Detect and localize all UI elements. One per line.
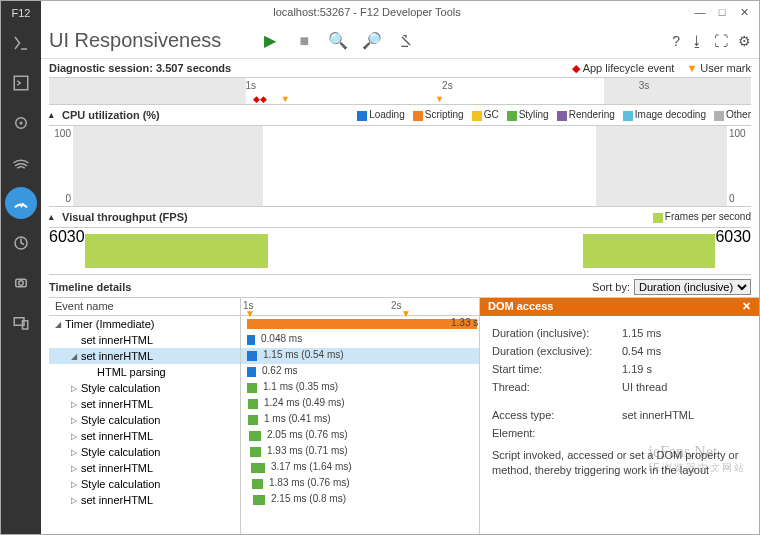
memory-icon[interactable] [5,267,37,299]
ruler-tick: 1s [246,80,257,91]
app-lifecycle-marker: ◆◆ [253,94,267,104]
maximize-button[interactable]: □ [715,6,729,19]
overview-ruler[interactable]: 1s 2s 3s ◆◆ ▼ ▼ [49,77,751,105]
fps-y60-r: 60 [715,228,733,245]
duration-bar [248,415,258,425]
f12-label: F12 [12,3,31,23]
duration-label: 1 ms (0.41 ms) [264,413,331,424]
cpu-legend-item: Other [714,109,751,120]
timeline-header: Timeline details Sort by: Duration (incl… [41,275,759,297]
legend-user-mark: User mark [686,62,751,75]
profiler-icon[interactable] [5,227,37,259]
help-button[interactable]: ? [672,33,680,49]
duration-bar [251,463,265,473]
collapse-fps-button[interactable]: ▴ [49,212,54,222]
fps-legend-label: Frames per second [665,211,751,222]
start-profiling-button[interactable]: ▶ [261,32,279,50]
diagnostic-label: Diagnostic session: 3.507 seconds [49,62,231,74]
sort-select[interactable]: Duration (inclusive) [634,279,751,295]
network-icon[interactable] [5,147,37,179]
detail-row: Element: [492,424,747,442]
dom-explorer-icon[interactable] [5,27,37,59]
gantt-row: 3.17 ms (1.64 ms) [241,460,479,476]
close-button[interactable]: ✕ [737,6,751,19]
gantt-row: 1.15 ms (0.54 ms) [241,348,479,364]
duration-bar [247,319,477,329]
details-close-icon[interactable]: ✕ [742,300,751,314]
collapse-cpu-button[interactable]: ▴ [49,110,54,120]
diagnostic-row: Diagnostic session: 3.507 seconds App li… [41,59,759,77]
sort-label: Sort by: [592,281,630,293]
detail-row: Access type:set innerHTML [492,406,747,424]
cpu-ymax: 100 [51,128,71,139]
zoom-in-button[interactable]: 🔍 [329,32,347,50]
gantt-row: 2.15 ms (0.8 ms) [241,492,479,508]
user-mark-marker: ▼ [281,94,290,104]
gantt-row: 1.1 ms (0.35 ms) [241,380,479,396]
event-row[interactable]: ▷Style calculation [49,444,240,460]
duration-label: 0.62 ms [262,365,298,376]
gantt-area: 1s 2s ▼ ▼ 1.33 s0.048 ms1.15 ms (0.54 ms… [241,298,479,534]
details-title: DOM access [488,300,553,314]
duration-bar [247,335,255,345]
cpu-ymin-r: 0 [729,193,749,204]
duration-label: 1.93 ms (0.71 ms) [267,445,348,456]
event-row[interactable]: set innerHTML [49,332,240,348]
event-tree: Event name ◢Timer (Immediate)set innerHT… [49,298,241,534]
cpu-panel-header: ▴ CPU utilization (%) LoadingScriptingGC… [41,105,759,125]
event-row[interactable]: HTML parsing [49,364,240,380]
duration-label: 3.17 ms (1.64 ms) [271,461,352,472]
cpu-legend-item: Rendering [557,109,615,120]
duration-label: 1.83 ms (0.76 ms) [269,477,350,488]
details-panel: DOM access✕ Duration (inclusive):1.15 ms… [479,298,759,534]
duration-bar [248,399,258,409]
event-row[interactable]: ▷set innerHTML [49,492,240,508]
fps-y60: 60 [49,228,67,245]
duration-bar [247,351,257,361]
gantt-row: 1.83 ms (0.76 ms) [241,476,479,492]
fps-y30-r: 30 [733,228,751,245]
minimize-button[interactable]: — [693,6,707,19]
settings-button[interactable]: ⚙ [738,33,751,49]
gantt-row: 2.05 ms (0.76 ms) [241,428,479,444]
clear-button[interactable] [397,32,415,50]
duration-label: 2.15 ms (0.8 ms) [271,493,346,504]
gantt-row: 1.24 ms (0.49 ms) [241,396,479,412]
duration-label: 1.24 ms (0.49 ms) [264,397,345,408]
detail-row: Start time:1.19 s [492,360,747,378]
gantt-row: 1.33 s [241,316,479,332]
expand-button[interactable]: ⛶ [714,33,728,49]
event-row[interactable]: ▷set innerHTML [49,460,240,476]
timeline-title: Timeline details [49,281,131,293]
debugger-icon[interactable] [5,107,37,139]
fps-chart[interactable]: 6030 6030 [49,227,751,275]
event-row[interactable]: ▷Style calculation [49,476,240,492]
duration-bar [247,367,256,377]
ruler-tick: 2s [442,80,453,91]
event-row[interactable]: ◢Timer (Immediate) [49,316,240,332]
cpu-legend-item: Image decoding [623,109,706,120]
gantt-ruler: 1s 2s ▼ ▼ [241,298,479,316]
cpu-legend-item: Scripting [413,109,464,120]
cpu-title: CPU utilization (%) [62,109,160,121]
import-button[interactable]: ⭳ [690,33,704,49]
cpu-legend-item: GC [472,109,499,120]
details-description: Script invoked, accessed or set a DOM pr… [492,442,747,479]
event-row[interactable]: ▷set innerHTML [49,396,240,412]
emulation-icon[interactable] [5,307,37,339]
gantt-row: 0.62 ms [241,364,479,380]
gantt-row: 1 ms (0.41 ms) [241,412,479,428]
event-row[interactable]: ▷Style calculation [49,380,240,396]
event-row[interactable]: ◢set innerHTML [49,348,240,364]
console-icon[interactable] [5,67,37,99]
duration-label: 1.1 ms (0.35 ms) [263,381,338,392]
duration-label: 0.048 ms [261,333,302,344]
stop-profiling-button[interactable]: ■ [295,32,313,50]
cpu-chart[interactable]: 1000 1000 [49,125,751,207]
devtools-sidebar: F12 [1,1,41,534]
duration-bar [247,383,257,393]
zoom-out-button[interactable]: 🔎 [363,32,381,50]
event-row[interactable]: ▷Style calculation [49,412,240,428]
event-row[interactable]: ▷set innerHTML [49,428,240,444]
performance-icon[interactable] [5,187,37,219]
